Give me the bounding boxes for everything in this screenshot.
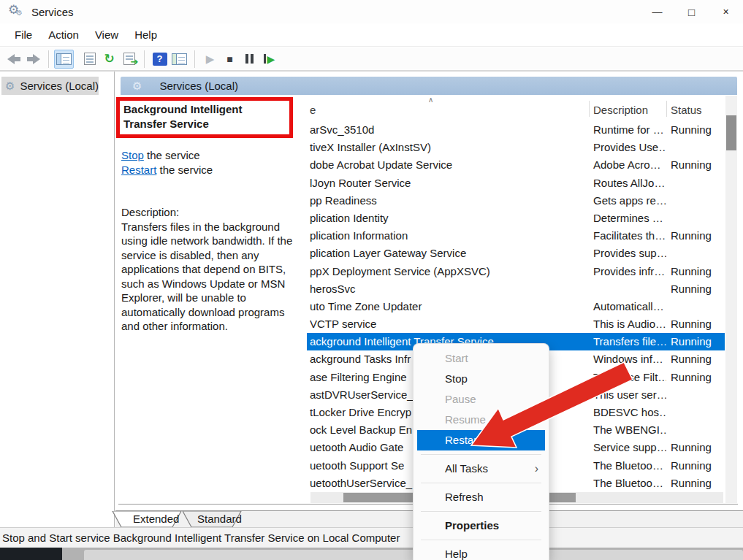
service-row[interactable]: pp ReadinessGets apps re… xyxy=(307,192,725,210)
minimize-button[interactable]: — xyxy=(640,0,674,23)
cell-desc: Determines … xyxy=(593,210,666,227)
help-button[interactable]: ? xyxy=(150,50,169,69)
export-list-button[interactable]: ➔ xyxy=(119,50,139,69)
context-menu-item-resume: Resume xyxy=(414,410,549,430)
column-divider xyxy=(666,101,667,117)
cell-desc: BDESVC hos… xyxy=(593,404,666,421)
service-row[interactable]: plication InformationFacilitates th…Runn… xyxy=(307,227,725,245)
tree-item-label: Services (Local) xyxy=(20,80,99,92)
stop-service-link[interactable]: Stop xyxy=(121,149,144,161)
column-header-status[interactable]: Status xyxy=(671,104,702,116)
menu-file[interactable]: File xyxy=(7,28,40,41)
restart-service-button[interactable]: ▶ xyxy=(259,50,279,69)
restart-icon: ▶ xyxy=(264,53,275,65)
service-row[interactable]: arSvc_3510dRuntime for …Running xyxy=(307,121,725,139)
title-bar: ⚙⚙ Services — □ × xyxy=(0,0,743,23)
stop-icon: ■ xyxy=(226,53,232,65)
properties-button[interactable] xyxy=(80,50,99,69)
cell-status: Running xyxy=(671,121,722,139)
context-menu-item-restart[interactable]: Restart xyxy=(417,430,545,450)
stop-service-button[interactable]: ■ xyxy=(220,50,240,69)
status-bar: Stop and Start service Background Intell… xyxy=(0,527,743,548)
cell-desc: Provides Use… xyxy=(593,139,666,156)
menu-separator xyxy=(421,483,541,483)
forward-button[interactable] xyxy=(23,50,43,69)
service-row[interactable]: dobe Acrobat Update ServiceAdobe Acro…Ru… xyxy=(307,156,725,174)
service-row[interactable]: VCTP serviceThis is Audio…Running xyxy=(307,315,725,333)
show-action-pane-button[interactable] xyxy=(169,50,189,69)
tab-extended[interactable]: Extended xyxy=(133,513,179,525)
properties-icon xyxy=(84,53,96,65)
service-description: Description: Transfers files in the back… xyxy=(121,205,305,334)
cell-desc: The Bluetoo… xyxy=(593,475,666,492)
service-row[interactable]: plication Layer Gateway ServiceProvides … xyxy=(307,245,725,262)
forward-arrow-icon xyxy=(27,54,40,64)
context-menu-item-all-tasks[interactable]: All Tasks› xyxy=(414,459,549,479)
cell-desc: Provides sup… xyxy=(593,245,666,262)
vertical-scrollbar-thumb[interactable] xyxy=(726,115,736,150)
console-tree-panel: ⚙ Services (Local) xyxy=(0,72,115,527)
menu-help[interactable]: Help xyxy=(126,28,165,41)
service-row[interactable]: plication IdentityDetermines … xyxy=(307,210,725,227)
link-suffix: the service xyxy=(156,164,213,176)
cell-desc: Routes AllJo… xyxy=(593,174,666,192)
context-menu-item-stop[interactable]: Stop xyxy=(414,369,549,389)
service-row[interactable]: lJoyn Router ServiceRoutes AllJo… xyxy=(307,174,725,192)
cell-name: herosSvc xyxy=(310,280,587,298)
cell-status: Running xyxy=(671,369,722,386)
cell-status: Running xyxy=(671,439,722,456)
menu-view[interactable]: View xyxy=(87,28,126,41)
service-row[interactable]: tiveX Installer (AxInstSV)Provides Use… xyxy=(307,139,725,156)
pane-header: ⚙ Services (Local) xyxy=(121,77,737,95)
cell-name: plication Layer Gateway Service xyxy=(310,245,587,262)
cell-desc: Windows inf… xyxy=(593,350,666,368)
cell-desc: The Base Filt… xyxy=(593,369,666,386)
pause-service-button[interactable] xyxy=(240,50,259,69)
show-console-tree-button[interactable] xyxy=(54,50,74,69)
restart-service-link[interactable]: Restart xyxy=(121,164,156,176)
column-header-description[interactable]: Description xyxy=(593,104,648,116)
menu-item-label: All Tasks xyxy=(445,462,488,475)
cell-name: arSvc_3510d xyxy=(310,121,587,139)
context-menu-item-refresh[interactable]: Refresh xyxy=(414,487,549,507)
refresh-button[interactable]: ↻ xyxy=(99,50,119,69)
cell-status: Running xyxy=(671,457,722,475)
maximize-button[interactable]: □ xyxy=(674,0,709,23)
column-header-name[interactable]: e xyxy=(310,104,316,116)
service-row[interactable]: ppX Deployment Service (AppXSVC)Provides… xyxy=(307,263,725,280)
tab-standard[interactable]: Standard xyxy=(197,513,242,525)
cell-desc: This user ser… xyxy=(593,386,666,404)
list-header: e ∧ Description Status xyxy=(307,95,725,121)
cell-desc: Facilitates th… xyxy=(593,227,666,245)
highlight-red-box: Background Intelligent Transfer Service xyxy=(116,97,293,138)
menu-item-label: Refresh xyxy=(445,491,484,503)
sort-ascending-icon: ∧ xyxy=(428,96,433,104)
menu-separator xyxy=(421,454,541,455)
tab-shapes xyxy=(107,511,275,528)
desktop-strip xyxy=(0,548,743,560)
context-menu: StartStopPauseResumeRestartAll Tasks›Ref… xyxy=(413,343,549,560)
cell-name: lJoyn Router Service xyxy=(310,174,587,192)
column-divider xyxy=(589,101,590,117)
cell-desc: This is Audio… xyxy=(593,315,666,333)
service-row[interactable]: herosSvcRunning xyxy=(307,280,725,298)
cell-status: Running xyxy=(671,227,722,245)
close-button[interactable]: × xyxy=(709,0,743,23)
menu-item-label: Help xyxy=(445,548,468,560)
service-row[interactable]: uto Time Zone UpdaterAutomaticall… xyxy=(307,298,725,315)
context-menu-item-properties[interactable]: Properties xyxy=(414,515,549,536)
back-button[interactable] xyxy=(4,50,23,69)
pane-header-title: Services (Local) xyxy=(159,80,238,92)
cell-name: pp Readiness xyxy=(310,192,587,210)
menu-bar: FileActionViewHelp xyxy=(0,23,743,47)
vertical-scrollbar[interactable] xyxy=(725,96,737,503)
menu-action[interactable]: Action xyxy=(40,28,87,41)
tree-item-services-local[interactable]: ⚙ Services (Local) xyxy=(1,77,99,95)
cell-name: plication Identity xyxy=(310,210,587,227)
toolbar-separator xyxy=(194,50,195,68)
help-icon: ? xyxy=(153,53,167,66)
cell-status: Running xyxy=(671,156,722,174)
cell-desc: Adobe Acro… xyxy=(593,156,666,174)
context-menu-item-pause: Pause xyxy=(414,389,549,410)
context-menu-item-help[interactable]: Help xyxy=(414,544,549,560)
